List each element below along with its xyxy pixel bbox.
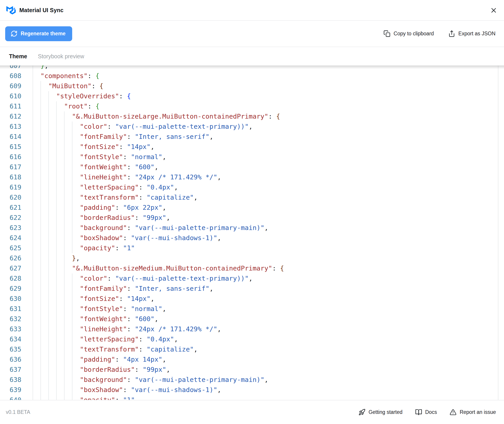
code-line: 609"MuiButton": { [0, 81, 504, 91]
code-line-content: "fontSize": "14px", [33, 294, 154, 304]
code-line-content: "boxShadow": "var(--mui-shadows-1)", [33, 233, 221, 243]
export-as-json-button[interactable]: Export as JSON [448, 30, 495, 37]
code-line: 621"padding": "6px 22px", [0, 203, 504, 213]
indent-guide [33, 344, 41, 355]
indent-guide [64, 314, 72, 324]
indent-guide [72, 213, 80, 223]
indent-guide [56, 203, 64, 213]
indent-guide [72, 223, 80, 233]
indent-guide [41, 253, 48, 263]
indent-guide [48, 365, 56, 375]
code-line-content: "fontStyle": "normal", [33, 152, 166, 162]
indent-guide [33, 395, 41, 400]
indent-guide [48, 243, 56, 253]
app-title: Material UI Sync [19, 7, 63, 13]
indent-guide [72, 294, 80, 304]
indent-guide [33, 243, 41, 253]
indent-guide [41, 122, 48, 132]
indent-guide [33, 365, 41, 375]
regenerate-theme-button[interactable]: Regenerate theme [5, 26, 72, 41]
indent-guide [56, 223, 64, 233]
indent-guide [48, 203, 56, 213]
indent-guide [48, 314, 56, 324]
indent-guide [48, 213, 56, 223]
rocket-icon [358, 409, 365, 416]
line-number: 640 [0, 395, 33, 400]
code-line-content: "textTransform": "capitalize", [33, 344, 198, 355]
close-button[interactable] [489, 6, 498, 15]
line-number: 607 [0, 65, 33, 71]
line-number: 626 [0, 253, 33, 263]
line-number: 611 [0, 101, 33, 111]
line-number: 616 [0, 152, 33, 162]
warning-icon [449, 409, 456, 416]
code-line-content: "fontFamily": "Inter, sans-serif", [33, 284, 213, 294]
code-line-content: "styleOverrides": { [33, 91, 131, 101]
indent-guide [41, 304, 48, 314]
indent-guide [41, 263, 48, 274]
tab-theme[interactable]: Theme [9, 53, 27, 60]
indent-guide [56, 213, 64, 223]
app-header: Material UI Sync [0, 0, 504, 21]
indent-guide [72, 284, 80, 294]
indent-guide [33, 294, 41, 304]
indent-guide [48, 355, 56, 365]
code-line-content: "&.MuiButton-sizeMedium.MuiButton-contai… [33, 263, 284, 274]
code-line: 612"&.MuiButton-sizeLarge.MuiButton-cont… [0, 111, 504, 122]
code-line: 635"textTransform": "capitalize", [0, 344, 504, 355]
indent-guide [41, 193, 48, 203]
tab-storybook-preview[interactable]: Storybook preview [38, 53, 84, 60]
close-icon [490, 6, 498, 14]
indent-guide [41, 314, 48, 324]
indent-guide [64, 304, 72, 314]
getting-started-link[interactable]: Getting started [358, 409, 403, 416]
indent-guide [48, 142, 56, 152]
indent-guide [33, 355, 41, 365]
code-editor-lines: 607},608"components": {609"MuiButton": {… [0, 65, 504, 400]
code-line-content: "letterSpacing": "0.4px", [33, 182, 178, 193]
indent-guide [64, 385, 72, 395]
indent-guide [33, 223, 41, 233]
indent-guide [64, 253, 72, 263]
code-line: 634"letterSpacing": "0.4px", [0, 334, 504, 344]
indent-guide [56, 142, 64, 152]
code-line: 633"lineHeight": "24px /* 171.429% */", [0, 324, 504, 334]
indent-guide [33, 314, 41, 324]
code-line-content: }, [33, 65, 48, 71]
indent-guide [48, 101, 56, 111]
scrollbar-track[interactable] [498, 65, 504, 400]
indent-guide [41, 213, 48, 223]
copy-icon [383, 30, 390, 37]
code-line: 618"lineHeight": "24px /* 171.429% */", [0, 172, 504, 182]
indent-guide [72, 395, 80, 400]
copy-to-clipboard-button[interactable]: Copy to clipboard [383, 30, 434, 37]
indent-guide [72, 142, 80, 152]
report-an-issue-link[interactable]: Report an issue [449, 409, 496, 416]
code-line: 640"opacity": "1" [0, 395, 504, 400]
line-number: 635 [0, 344, 33, 355]
indent-guide [56, 274, 64, 284]
indent-guide [56, 193, 64, 203]
indent-guide [72, 203, 80, 213]
code-line-content: "textTransform": "capitalize", [33, 193, 198, 203]
indent-guide [72, 122, 80, 132]
indent-guide [72, 334, 80, 344]
code-line: 637"borderRadius": "99px", [0, 365, 504, 375]
code-line: 611"root": { [0, 101, 504, 111]
book-icon [415, 409, 422, 416]
indent-guide [72, 233, 80, 243]
indent-guide [41, 182, 48, 193]
code-line-content: "fontStyle": "normal", [33, 304, 166, 314]
code-editor[interactable]: 607},608"components": {609"MuiButton": {… [0, 65, 504, 400]
indent-guide [41, 243, 48, 253]
indent-guide [72, 304, 80, 314]
indent-guide [33, 172, 41, 182]
indent-guide [33, 132, 41, 142]
indent-guide [48, 324, 56, 334]
code-line-content: "borderRadius": "99px", [33, 213, 170, 223]
indent-guide [48, 274, 56, 284]
docs-link[interactable]: Docs [415, 409, 437, 416]
indent-guide [41, 355, 48, 365]
indent-guide [64, 395, 72, 400]
code-line: 630"fontSize": "14px", [0, 294, 504, 304]
